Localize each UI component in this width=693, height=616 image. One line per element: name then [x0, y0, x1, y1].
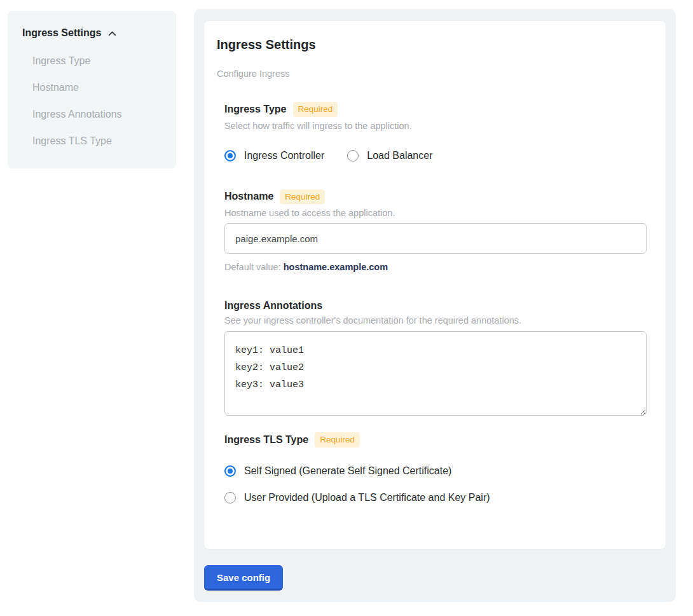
card-title: Ingress Settings [217, 38, 647, 52]
default-value-label: Default value: [224, 262, 281, 272]
required-badge: Required [280, 189, 325, 205]
sidebar-item-ingress-annotations[interactable]: Ingress Annotations [32, 109, 163, 120]
radio-option-user-provided[interactable]: User Provided (Upload a TLS Certificate … [224, 492, 647, 503]
hostname-description: Hostname used to access the application. [224, 208, 647, 218]
save-config-button[interactable]: Save config [204, 565, 283, 591]
ingress-type-label: Ingress Type [224, 104, 287, 115]
radio-selected-icon [224, 150, 236, 161]
sidebar-section-toggle[interactable]: Ingress Settings [22, 27, 163, 39]
ingress-tls-type-label-row: Ingress TLS Type Required [224, 432, 647, 448]
radio-unselected-icon [347, 150, 359, 161]
page: Ingress Settings Ingress Type Hostname I… [0, 0, 693, 616]
radio-option-label: Self Signed (Generate Self Signed Certif… [244, 465, 451, 477]
ingress-annotations-group: Ingress Annotations See your ingress con… [224, 300, 647, 418]
sidebar-item-ingress-tls-type[interactable]: Ingress TLS Type [32, 135, 163, 147]
radio-option-ingress-controller[interactable]: Ingress Controller [224, 150, 324, 161]
ingress-type-description: Select how traffic will ingress to the a… [224, 121, 647, 131]
radio-option-label: Load Balancer [367, 150, 432, 161]
default-value-text: hostname.example.com [284, 262, 388, 272]
radio-option-label: User Provided (Upload a TLS Certificate … [244, 492, 490, 503]
ingress-annotations-label-row: Ingress Annotations [224, 300, 647, 311]
ingress-annotations-description: See your ingress controller's documentat… [224, 315, 647, 325]
ingress-type-options: Ingress Controller Load Balancer [224, 150, 647, 161]
ingress-annotations-label: Ingress Annotations [224, 300, 322, 311]
sidebar-item-hostname[interactable]: Hostname [32, 82, 163, 93]
hostname-label-row: Hostname Required [224, 189, 647, 205]
form-body: Ingress Type Required Select how traffic… [224, 102, 647, 503]
ingress-settings-card: Ingress Settings Configure Ingress Ingre… [204, 21, 666, 549]
ingress-type-label-row: Ingress Type Required [224, 102, 647, 117]
card-subtitle: Configure Ingress [217, 69, 647, 79]
radio-option-self-signed[interactable]: Self Signed (Generate Self Signed Certif… [224, 465, 647, 477]
ingress-tls-type-options: Self Signed (Generate Self Signed Certif… [224, 465, 647, 503]
settings-nav-sidebar: Ingress Settings Ingress Type Hostname I… [8, 11, 176, 168]
hostname-input[interactable] [224, 223, 647, 254]
sidebar-item-list: Ingress Type Hostname Ingress Annotation… [32, 55, 163, 147]
required-badge: Required [293, 102, 338, 117]
hostname-default-line: Default value: hostname.example.com [224, 262, 647, 272]
sidebar-item-ingress-type[interactable]: Ingress Type [32, 55, 163, 67]
radio-option-label: Ingress Controller [244, 150, 324, 161]
chevron-up-icon [107, 28, 118, 39]
hostname-group: Hostname Required Hostname used to acces… [224, 189, 647, 273]
hostname-label: Hostname [224, 191, 273, 202]
ingress-type-group: Ingress Type Required Select how traffic… [224, 102, 647, 161]
required-badge: Required [315, 432, 360, 448]
settings-panel: Ingress Settings Configure Ingress Ingre… [194, 9, 676, 602]
ingress-tls-type-label: Ingress TLS Type [224, 434, 308, 446]
radio-option-load-balancer[interactable]: Load Balancer [347, 150, 432, 161]
sidebar-section-title: Ingress Settings [22, 27, 101, 39]
radio-selected-icon [224, 465, 236, 477]
radio-unselected-icon [224, 492, 236, 503]
ingress-annotations-textarea[interactable]: key1: value1 key2: value2 key3: value3 [224, 331, 647, 416]
ingress-tls-type-group: Ingress TLS Type Required Self Signed (G… [224, 432, 647, 503]
